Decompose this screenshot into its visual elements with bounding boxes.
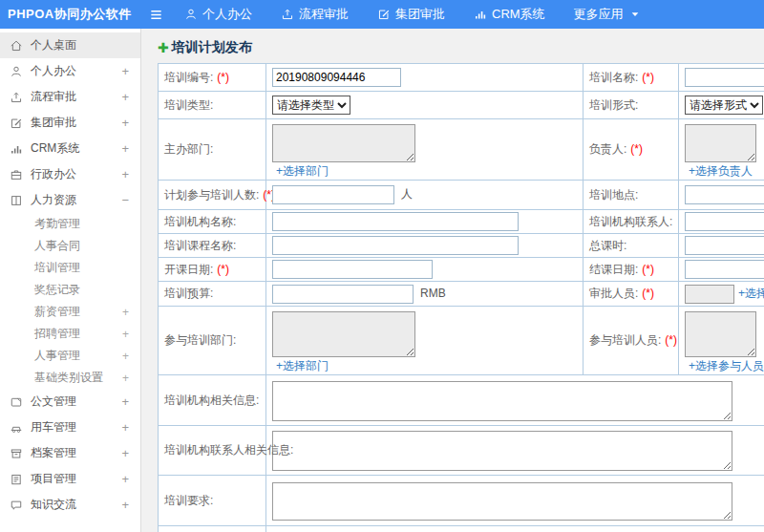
training-name-cell: 培训名称:(*) xyxy=(584,64,679,92)
sidebar-subitem-training-mgmt[interactable]: 培训管理 xyxy=(0,257,140,279)
expand-toggle-icon[interactable]: + xyxy=(122,306,129,319)
training-name-input[interactable] xyxy=(685,68,764,87)
expand-toggle-icon[interactable]: + xyxy=(121,394,129,409)
host-department-select-link[interactable]: +选择部门 xyxy=(276,164,329,178)
responsible-person-textarea[interactable] xyxy=(685,124,756,162)
sidebar-item-personal-desktop[interactable]: 个人桌面 xyxy=(0,32,140,58)
training-org-name-input[interactable] xyxy=(272,212,519,231)
top-nav-个人办公[interactable]: 个人办公 xyxy=(184,6,252,23)
training-org-contact-info-textarea[interactable] xyxy=(272,431,732,471)
participating-departments-select-link[interactable]: +选择部门 xyxy=(276,359,329,372)
sidebar-item-vehicle-mgmt[interactable]: 用车管理+ xyxy=(0,415,140,440)
sidebar-item-label: 公文管理 xyxy=(31,394,76,410)
training-location-input[interactable] xyxy=(685,185,764,204)
participating-departments-field-cell: +选择部门 xyxy=(266,307,584,375)
sidebar-subitem-label: 薪资管理 xyxy=(34,304,80,320)
training-requirements-textarea[interactable] xyxy=(272,482,732,521)
sidebar-item-knowledge-exchange[interactable]: 知识交流+ xyxy=(0,492,140,518)
training-org-info-textarea[interactable] xyxy=(272,381,732,421)
training-org-contact-label: 培训机构联系人: xyxy=(589,215,672,228)
sidebar-subitem-reward-punishment[interactable]: 奖惩记录 xyxy=(0,279,140,301)
app-title: PHPOA协同办公软件 xyxy=(0,6,141,23)
expand-toggle-icon[interactable]: + xyxy=(121,167,129,181)
expand-toggle-icon[interactable]: − xyxy=(121,193,129,207)
sidebar-item-label: 个人桌面 xyxy=(31,37,76,53)
top-nav-更多应用[interactable]: 更多应用 xyxy=(574,6,642,23)
sidebar-subitem-base-category-settings[interactable]: 基础类别设置+ xyxy=(0,367,140,389)
approvers-select-link[interactable]: +选择审批人员 xyxy=(738,287,764,300)
edit-icon xyxy=(377,8,391,21)
host-department-label: 主办部门: xyxy=(164,142,213,156)
expand-toggle-icon[interactable]: + xyxy=(121,498,129,512)
course-name-field-cell xyxy=(266,234,584,258)
training-org-contact-input[interactable] xyxy=(685,212,764,231)
sidebar-subitem-salary-mgmt[interactable]: 薪资管理+ xyxy=(0,301,140,323)
sidebar-item-project-mgmt[interactable]: 项目管理+ xyxy=(0,466,140,492)
sidebar-subitem-personnel-mgmt[interactable]: 人事管理+ xyxy=(0,345,140,367)
expand-toggle-icon[interactable]: + xyxy=(121,141,129,156)
expand-toggle-icon[interactable]: + xyxy=(122,328,129,341)
project-icon xyxy=(10,473,23,486)
sidebar-item-personal-office[interactable]: 个人办公+ xyxy=(0,58,140,84)
host-department-textarea[interactable] xyxy=(272,124,415,162)
training-number-cell: 培训编号:(*) xyxy=(159,64,266,92)
sidebar-item-workflow-approval[interactable]: 流程审批+ xyxy=(0,84,140,110)
training-org-contact-info-cell: 培训机构联系人相关信息: xyxy=(159,426,266,476)
training-number-input[interactable] xyxy=(272,68,401,87)
expand-toggle-icon[interactable]: + xyxy=(121,446,129,460)
participating-personnel-select-link[interactable]: +选择参与人员 xyxy=(689,359,764,372)
sidebar-item-admin-office[interactable]: 行政办公+ xyxy=(0,161,140,187)
sidebar-item-group-approval[interactable]: 集团审批+ xyxy=(0,110,140,136)
course-name-input[interactable] xyxy=(272,236,519,255)
end-date-input[interactable] xyxy=(685,260,764,279)
course-name-label: 培训课程名称: xyxy=(164,239,236,252)
planned-participants-input[interactable] xyxy=(272,185,394,204)
training-org-name-field-cell xyxy=(266,210,584,234)
expand-toggle-icon[interactable]: + xyxy=(121,116,129,130)
training-plan-form: 培训编号:(*)培训名称:(*)培训类型:请选择类型培训形式:请选择形式主办部门… xyxy=(158,63,764,532)
responsible-person-select-link[interactable]: +选择负责人 xyxy=(689,164,753,178)
top-nav-CRM系统[interactable]: CRM系统 xyxy=(474,6,545,23)
sidebar-subitem-label: 考勤管理 xyxy=(34,216,80,232)
approvers-input[interactable] xyxy=(685,285,734,304)
sidebar-item-archive-mgmt[interactable]: 档案管理+ xyxy=(0,440,140,466)
sidebar-item-label: 知识交流 xyxy=(31,497,76,513)
sidebar-item-crm-system[interactable]: CRM系统+ xyxy=(0,136,140,161)
training-org-name-label: 培训机构名称: xyxy=(164,215,236,228)
participating-personnel-textarea[interactable] xyxy=(685,311,756,357)
training-type-select[interactable]: 请选择类型 xyxy=(272,96,350,115)
training-budget-suffix: RMB xyxy=(420,287,446,300)
expand-toggle-icon[interactable]: + xyxy=(121,90,129,104)
planned-participants-suffix: 人 xyxy=(401,187,413,201)
sidebar-item-document-mgmt[interactable]: 公文管理+ xyxy=(0,389,140,415)
training-form-select[interactable]: 请选择形式 xyxy=(685,96,763,115)
top-nav-集团审批[interactable]: 集团审批 xyxy=(377,6,445,23)
sidebar-item-human-resources[interactable]: 人力资源− xyxy=(0,187,140,213)
hr-icon xyxy=(10,194,23,207)
sidebar-subitem-attendance-mgmt[interactable]: 考勤管理 xyxy=(0,213,140,235)
doc-icon xyxy=(10,395,23,409)
expand-toggle-icon[interactable]: + xyxy=(121,64,129,78)
edit-icon xyxy=(10,117,23,130)
training-org-contact-field-cell xyxy=(679,210,764,234)
expand-toggle-icon[interactable]: + xyxy=(122,350,129,363)
training-budget-input[interactable] xyxy=(272,285,414,304)
training-name-label: 培训名称: xyxy=(589,71,638,84)
upload-icon xyxy=(10,91,23,104)
sidebar-subitem-recruitment-mgmt[interactable]: 招聘管理+ xyxy=(0,323,140,345)
sidebar-item-label: 行政办公 xyxy=(31,166,76,182)
sidebar-subitem-personnel-contract[interactable]: 人事合同 xyxy=(0,235,140,257)
top-nav: 个人办公流程审批集团审批CRM系统更多应用 xyxy=(184,6,670,23)
nav-label: 集团审批 xyxy=(395,6,445,23)
host-department-field-cell: +选择部门 xyxy=(266,119,584,181)
hamburger-icon[interactable] xyxy=(149,8,163,22)
top-nav-流程审批[interactable]: 流程审批 xyxy=(281,6,349,23)
expand-toggle-icon[interactable]: + xyxy=(122,372,129,385)
home-icon xyxy=(10,39,23,53)
expand-toggle-icon[interactable]: + xyxy=(121,472,129,486)
total-hours-input[interactable] xyxy=(685,236,764,255)
participating-departments-textarea[interactable] xyxy=(272,311,415,357)
expand-toggle-icon[interactable]: + xyxy=(121,420,129,435)
start-date-input[interactable] xyxy=(272,260,433,279)
sidebar-subitem-label: 培训管理 xyxy=(34,260,80,276)
